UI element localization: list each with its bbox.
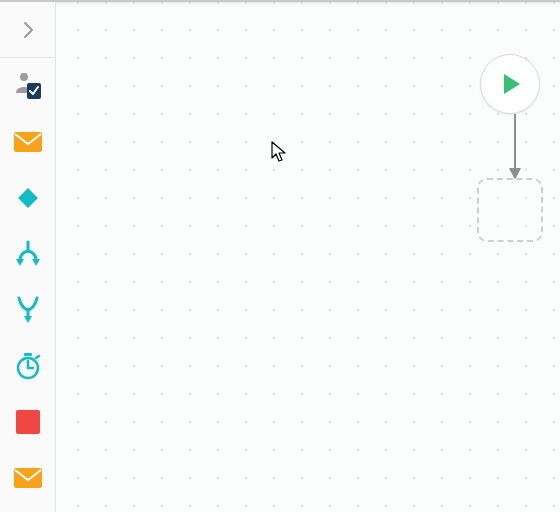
merge-join-icon xyxy=(13,295,43,325)
chevron-right-icon xyxy=(21,20,35,40)
timer-icon xyxy=(13,351,43,381)
sidebar-expand-button[interactable] xyxy=(0,2,56,58)
workflow-canvas[interactable] xyxy=(56,2,560,512)
svg-rect-2 xyxy=(14,132,42,152)
play-icon xyxy=(496,70,524,98)
tool-stop[interactable] xyxy=(12,406,44,438)
email-icon xyxy=(13,467,43,489)
tool-email[interactable] xyxy=(12,126,44,158)
svg-rect-12 xyxy=(16,410,40,434)
split-down-icon xyxy=(13,239,43,269)
tool-merge[interactable] xyxy=(12,294,44,326)
svg-marker-6 xyxy=(24,316,32,323)
tool-sidebar xyxy=(0,2,56,512)
svg-rect-3 xyxy=(18,188,38,208)
tool-split[interactable] xyxy=(12,238,44,270)
svg-rect-13 xyxy=(14,468,42,488)
svg-marker-14 xyxy=(504,74,520,94)
svg-line-11 xyxy=(36,356,39,358)
tool-timer[interactable] xyxy=(12,350,44,382)
tool-decision[interactable] xyxy=(12,182,44,214)
placeholder-drop-node[interactable] xyxy=(477,178,543,242)
svg-point-0 xyxy=(20,73,28,81)
svg-marker-4 xyxy=(16,259,24,266)
stop-square-icon xyxy=(15,409,41,435)
email-icon xyxy=(13,131,43,153)
svg-marker-17 xyxy=(272,142,285,161)
tool-email-2[interactable] xyxy=(12,462,44,494)
svg-rect-10 xyxy=(24,353,32,356)
cursor-icon xyxy=(271,141,287,163)
decision-diamond-icon xyxy=(13,183,43,213)
tool-approval[interactable] xyxy=(12,70,44,102)
approval-icon xyxy=(13,71,43,101)
connector-arrow xyxy=(509,114,521,180)
tool-list xyxy=(12,58,44,494)
start-node[interactable] xyxy=(480,54,540,114)
svg-marker-5 xyxy=(32,259,40,266)
canvas-top-shadow xyxy=(56,2,560,5)
